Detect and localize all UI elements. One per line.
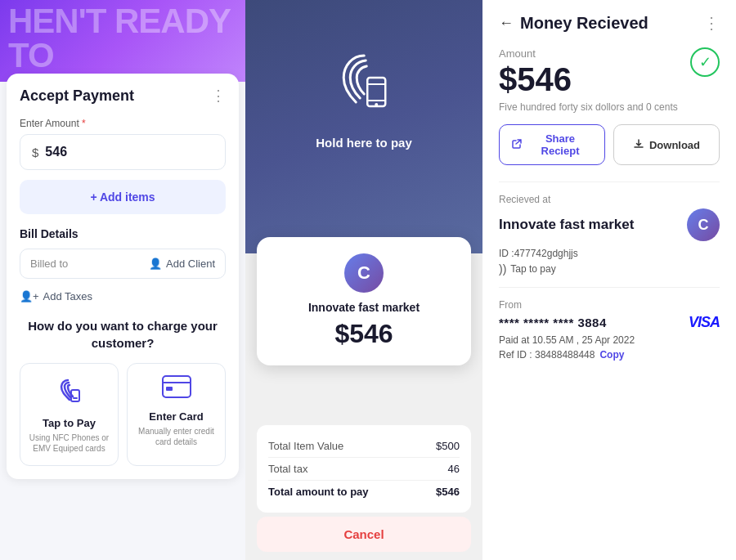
left-panel: HEN'T READY TOPAYMENT Accept Payment ⋮ E… xyxy=(0,0,245,560)
item-value-label: Total Item Value xyxy=(268,440,343,452)
enter-card-option[interactable]: Enter Card Manually enter credit card de… xyxy=(127,363,226,466)
back-title-group: ← Money Recieved xyxy=(499,14,648,33)
hold-to-pay-icon xyxy=(316,49,412,128)
hold-to-pay-text: Hold here to pay xyxy=(316,136,412,150)
total-label: Total amount to pay xyxy=(268,486,369,498)
breakdown-item-value: Total Item Value $500 xyxy=(268,435,460,458)
payment-info-card: C Innovate fast market $546 xyxy=(257,237,471,365)
ref-id: Ref ID : 38488488448 xyxy=(499,349,595,361)
amount-value: 546 xyxy=(45,145,67,159)
right-header: ← Money Recieved ⋮ xyxy=(499,13,720,33)
download-label: Download xyxy=(649,139,700,151)
middle-panel: Hold here to pay C Innovate fast market … xyxy=(245,0,482,560)
enter-card-desc: Manually enter credit card details xyxy=(136,426,217,447)
tap-to-pay-option[interactable]: Tap to Pay Using NFC Phones or EMV Equip… xyxy=(20,363,119,466)
payment-options: Tap to Pay Using NFC Phones or EMV Equip… xyxy=(20,363,226,466)
copy-button[interactable]: Copy xyxy=(599,349,624,361)
nfc-tap-icon xyxy=(29,375,110,410)
success-check-icon: ✓ xyxy=(690,47,720,77)
tap-to-pay-title: Tap to Pay xyxy=(29,417,110,429)
cancel-button[interactable]: Cancel xyxy=(257,517,471,552)
from-section: From **** ***** **** 3884 VISA Paid at 1… xyxy=(499,299,720,361)
card-header: Accept Payment ⋮ xyxy=(20,87,226,105)
tap-to-pay-desc: Using NFC Phones or EMV Equiped cards xyxy=(29,432,110,454)
tap-pay-label: Tap to pay xyxy=(510,263,555,275)
enter-card-title: Enter Card xyxy=(136,410,217,423)
received-at-label: Recieved at xyxy=(499,194,720,205)
paid-at: Paid at 10.55 AM , 25 Apr 2022 xyxy=(499,334,720,346)
svg-rect-4 xyxy=(166,387,173,391)
from-row: **** ***** **** 3884 VISA xyxy=(499,314,720,331)
breakdown-total: Total amount to pay $546 xyxy=(268,481,460,503)
merchant-name-middle: Innovate fast market xyxy=(270,301,458,314)
divider-2 xyxy=(499,287,720,288)
tap-icon: )) xyxy=(499,262,506,276)
download-icon xyxy=(633,138,644,152)
received-at-row: Innovate fast market C xyxy=(499,208,720,241)
required-mark: * xyxy=(82,118,86,129)
right-panel: ← Money Recieved ⋮ Amount $546 ✓ Five hu… xyxy=(482,0,736,560)
download-button[interactable]: Download xyxy=(613,124,720,165)
ref-row: Ref ID : 38488488448 Copy xyxy=(499,349,720,361)
amount-section: Amount $546 ✓ xyxy=(499,47,720,98)
person-icon: 👤 xyxy=(149,258,162,270)
svg-point-8 xyxy=(375,103,378,106)
billed-to-label: Billed to xyxy=(30,258,68,270)
share-receipt-button[interactable]: Share Reciept xyxy=(499,124,605,165)
svg-rect-5 xyxy=(367,78,385,106)
amount-input-field[interactable]: $ 546 xyxy=(20,134,226,170)
amount-words: Five hundred forty six dollors and 0 cen… xyxy=(499,101,720,113)
billed-to-row: Billed to 👤 Add Client xyxy=(20,249,226,279)
share-icon xyxy=(511,138,523,152)
amount-display: $546 xyxy=(499,61,572,98)
more-options-icon[interactable]: ⋮ xyxy=(211,87,226,105)
brand-logo-right: C xyxy=(687,208,720,241)
share-label: Share Reciept xyxy=(527,132,593,157)
items-breakdown: Total Item Value $500 Total tax 46 Total… xyxy=(257,425,471,513)
visa-logo: VISA xyxy=(689,314,720,331)
amount-label: Amount xyxy=(499,47,572,60)
total-value: $546 xyxy=(436,486,460,498)
bill-details-title: Bill Details xyxy=(20,227,226,240)
action-buttons: Share Reciept Download xyxy=(499,124,720,165)
merchant-name-right: Innovate fast market xyxy=(499,217,634,233)
card-icon xyxy=(136,375,217,404)
add-taxes-button[interactable]: 👤+ Add Taxes xyxy=(20,287,92,306)
card-number: **** ***** **** 3884 xyxy=(499,316,607,329)
add-items-button[interactable]: + Add items xyxy=(20,180,226,214)
amount-field-label: Enter Amount * xyxy=(20,118,226,129)
card-title: Accept Payment xyxy=(20,87,134,105)
tax-value: 46 xyxy=(448,463,460,475)
brand-logo-middle: C xyxy=(344,253,384,293)
accept-payment-card: Accept Payment ⋮ Enter Amount * $ 546 + … xyxy=(7,74,239,479)
breakdown-tax: Total tax 46 xyxy=(268,458,460,481)
back-button[interactable]: ← xyxy=(499,15,514,32)
currency-symbol: $ xyxy=(32,146,38,159)
amount-info: Amount $546 xyxy=(499,47,572,98)
tax-label: Total tax xyxy=(268,463,307,475)
divider-1 xyxy=(499,181,720,182)
tap-pay-row: )) Tap to pay xyxy=(499,262,720,276)
transaction-id: ID :477742gdghjjs xyxy=(499,248,720,259)
item-value-amount: $500 xyxy=(436,440,460,452)
nfc-icon-area: Hold here to pay xyxy=(316,49,412,150)
charge-question: How do you want to charge your customer? xyxy=(20,317,226,352)
amount-middle: $546 xyxy=(270,319,458,349)
page-title: Money Recieved xyxy=(520,14,648,33)
more-options-right-icon[interactable]: ⋮ xyxy=(703,13,720,33)
from-label: From xyxy=(499,299,720,311)
add-client-button[interactable]: 👤 Add Client xyxy=(149,258,215,270)
person-plus-icon: 👤+ xyxy=(20,290,39,302)
